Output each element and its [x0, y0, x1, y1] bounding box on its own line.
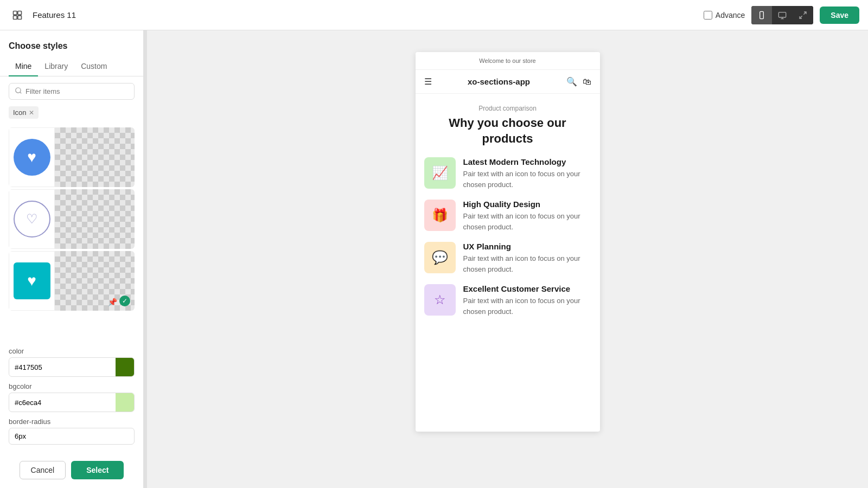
feature-title-1: Latest Modern Technology — [463, 157, 591, 166]
style-grid: ♥ ♡ — [0, 123, 143, 343]
main-content: Choose styles Mine Library Custom Icon ✕ — [0, 30, 868, 488]
cart-nav-icon[interactable]: 🛍 — [583, 77, 591, 87]
hamburger-icon[interactable]: ☰ — [424, 76, 432, 87]
feature-text-1: Latest Modern Technology Pair text with … — [463, 157, 591, 190]
feature-icon-3: 💬 — [424, 242, 456, 273]
search-nav-icon[interactable]: 🔍 — [566, 76, 577, 87]
style-1-preview: ♥ — [14, 139, 50, 176]
bgcolor-field-row[interactable] — [9, 393, 135, 412]
store-content: Product comparison Why you choose our pr… — [416, 94, 600, 337]
fields-section: color bgcolor border-radius — [0, 343, 143, 454]
filter-tags: Icon ✕ — [0, 106, 143, 123]
style-1-checker — [55, 127, 135, 187]
feature-title-4: Excellent Customer Service — [463, 284, 591, 293]
heart-icon-2: ♡ — [26, 211, 38, 227]
feature-icon-1: 📈 — [424, 157, 456, 189]
heart-icon-1: ♥ — [27, 149, 36, 166]
svg-line-9 — [804, 12, 807, 15]
product-comparison-label: Product comparison — [424, 105, 591, 112]
feature-desc-3: Pair text with an icon to focus on your … — [463, 253, 591, 274]
color-input[interactable] — [9, 359, 112, 375]
feature-text-3: UX Planning Pair text with an icon to fo… — [463, 242, 591, 274]
save-button[interactable]: Save — [820, 7, 859, 24]
store-nav: ☰ xo-sections-app 🔍 🛍 — [416, 70, 600, 94]
svg-rect-3 — [18, 15, 22, 19]
advance-checkbox[interactable] — [704, 11, 712, 20]
svg-line-12 — [20, 92, 22, 94]
feature-text-2: High Quality Design Pair text with an ic… — [463, 200, 591, 232]
bgcolor-input[interactable] — [9, 395, 112, 410]
desktop-view-btn[interactable] — [772, 6, 793, 24]
feature-text-4: Excellent Customer Service Pair text wit… — [463, 284, 591, 317]
fullscreen-view-btn[interactable] — [793, 6, 813, 24]
svg-point-11 — [16, 88, 21, 93]
store-brand: xo-sections-app — [432, 77, 566, 86]
bgcolor-field-group: bgcolor — [9, 382, 135, 412]
border-radius-field-group: border-radius — [9, 418, 135, 445]
svg-rect-6 — [779, 12, 786, 17]
feature-desc-4: Pair text with an icon to focus on your … — [463, 296, 591, 317]
search-input[interactable] — [25, 87, 129, 95]
search-box[interactable] — [9, 83, 135, 100]
svg-line-10 — [800, 16, 802, 18]
feature-icon-4: ☆ — [424, 284, 456, 316]
search-icon — [15, 87, 22, 96]
gift-icon: 🎁 — [432, 208, 448, 223]
style-item-3[interactable]: ♥ 📌 ✓ — [9, 251, 135, 311]
left-panel: Choose styles Mine Library Custom Icon ✕ — [0, 30, 144, 488]
panel-heading: Choose styles — [0, 30, 143, 57]
bottom-buttons: Cancel Select — [0, 454, 143, 488]
page-title: Features 11 — [33, 10, 76, 20]
tab-library[interactable]: Library — [38, 57, 74, 76]
feature-icon-2: 🎁 — [424, 200, 456, 231]
advance-label: Advance — [716, 11, 745, 20]
style-item-2[interactable]: ♡ — [9, 189, 135, 249]
chat-icon: 💬 — [432, 250, 448, 265]
svg-rect-1 — [18, 11, 22, 15]
border-radius-label: border-radius — [9, 418, 135, 426]
svg-rect-0 — [14, 11, 17, 15]
back-button[interactable] — [9, 7, 26, 24]
feature-item-1: 📈 Latest Modern Technology Pair text wit… — [424, 157, 591, 190]
advance-toggle[interactable]: Advance — [704, 11, 745, 20]
tab-mine[interactable]: Mine — [9, 57, 38, 76]
star-icon: ☆ — [434, 292, 446, 307]
cancel-button[interactable]: Cancel — [20, 461, 66, 479]
pin-icon[interactable]: 📌 — [108, 298, 117, 306]
color-swatch[interactable] — [116, 358, 134, 376]
color-label: color — [9, 347, 135, 355]
tag-label: Icon — [13, 108, 27, 117]
feature-title-3: UX Planning — [463, 242, 591, 251]
product-comparison-title: Why you choose our products — [424, 115, 591, 146]
feature-item-2: 🎁 High Quality Design Pair text with an … — [424, 200, 591, 232]
store-preview: Welcome to our store ☰ xo-sections-app 🔍… — [416, 52, 600, 432]
remove-tag-icon[interactable]: ✕ — [29, 109, 34, 117]
svg-rect-2 — [14, 15, 17, 19]
mobile-view-btn[interactable] — [751, 6, 772, 24]
store-topbar-text: Welcome to our store — [416, 52, 600, 70]
heart-icon-3: ♥ — [27, 272, 36, 290]
topbar: Features 11 Advance Save — [0, 0, 868, 30]
bgcolor-swatch[interactable] — [116, 393, 134, 412]
view-switcher — [751, 6, 813, 24]
style-2-preview: ♡ — [14, 201, 50, 237]
feature-desc-1: Pair text with an icon to focus on your … — [463, 169, 591, 190]
style-tabs: Mine Library Custom — [0, 57, 143, 76]
store-nav-icons: 🔍 🛍 — [566, 76, 591, 87]
icon-filter-tag[interactable]: Icon ✕ — [9, 106, 39, 119]
svg-rect-4 — [760, 11, 764, 18]
feature-item-4: ☆ Excellent Customer Service Pair text w… — [424, 284, 591, 317]
select-button[interactable]: Select — [71, 461, 124, 479]
trending-icon: 📈 — [432, 165, 448, 181]
color-field-group: color — [9, 347, 135, 377]
style-3-preview: ♥ — [14, 262, 50, 299]
color-field-row[interactable] — [9, 357, 135, 377]
preview-area: Welcome to our store ☰ xo-sections-app 🔍… — [147, 30, 868, 488]
feature-item-3: 💬 UX Planning Pair text with an icon to … — [424, 242, 591, 274]
style-item-1[interactable]: ♥ — [9, 127, 135, 187]
tab-custom[interactable]: Custom — [74, 57, 113, 76]
border-radius-input[interactable] — [9, 428, 135, 445]
style-2-checker — [55, 189, 135, 249]
feature-desc-2: Pair text with an icon to focus on your … — [463, 211, 591, 232]
feature-title-2: High Quality Design — [463, 200, 591, 209]
